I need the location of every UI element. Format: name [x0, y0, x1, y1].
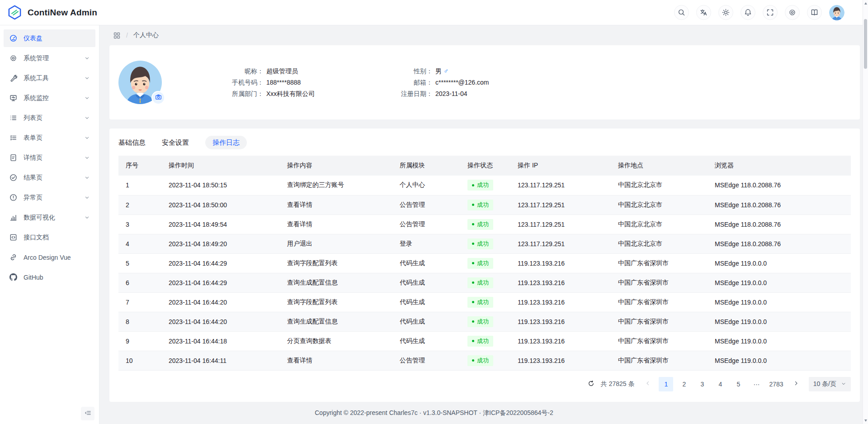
next-page-button[interactable]	[789, 377, 803, 391]
sidebar-item-label: 仪表盘	[24, 34, 90, 43]
menu-collapse-button[interactable]	[81, 407, 94, 420]
sidebar-item-exception-page[interactable]: 异常页	[4, 189, 95, 206]
status-dot-icon	[472, 359, 474, 362]
tab-basic-info[interactable]: 基础信息	[118, 136, 146, 149]
cell-status: 成功	[460, 312, 510, 331]
scroll-up-arrow-icon[interactable]	[864, 2, 867, 5]
cell-no: 7	[118, 292, 161, 312]
apps-icon[interactable]	[113, 32, 121, 39]
sidebar-item-system-monitor[interactable]: 系统监控	[4, 89, 95, 107]
cell-time: 2023-11-04 18:50:00	[161, 195, 280, 214]
table-row: 52023-11-04 16:44:29查询字段配置列表代码生成成功119.12…	[118, 253, 851, 273]
cell-browser: MSEdge 119.0.0.0	[708, 253, 851, 273]
chevron-down-icon	[84, 115, 90, 121]
cell-no: 9	[118, 331, 161, 351]
status-badge: 成功	[467, 258, 493, 269]
exclamation-circle-icon	[9, 194, 17, 201]
language-button[interactable]	[696, 5, 711, 20]
tab-operation-log[interactable]: 操作日志	[205, 136, 247, 149]
user-avatar-button[interactable]	[829, 5, 844, 20]
cell-no: 3	[118, 214, 161, 234]
page-button-5[interactable]: 5	[731, 377, 745, 391]
page-button-2783[interactable]: 2783	[767, 377, 785, 391]
scroll-down-arrow-icon[interactable]	[864, 419, 867, 422]
field-value: 超级管理员	[266, 67, 298, 76]
status-dot-icon	[472, 223, 474, 225]
cell-content: 查询生成配置信息	[280, 273, 392, 292]
breadcrumb: / 个人中心	[109, 25, 860, 45]
cell-status: 成功	[460, 253, 510, 273]
cell-status: 成功	[460, 234, 510, 253]
profile-card: 昵称：超级管理员手机号码：188****8888所属部门：Xxx科技有限公司 性…	[109, 45, 860, 119]
page-button-1[interactable]: 1	[659, 377, 673, 391]
docs-button[interactable]	[807, 5, 822, 20]
change-avatar-button[interactable]	[151, 91, 165, 105]
cell-location: 中国广东省深圳市	[611, 253, 708, 273]
gear-icon	[788, 9, 796, 16]
sidebar-item-dashboard[interactable]: 仪表盘	[4, 29, 95, 47]
page-button-3[interactable]: 3	[695, 377, 709, 391]
cell-time: 2023-11-04 16:44:18	[161, 331, 280, 351]
cell-module: 代码生成	[392, 253, 460, 273]
column-header: 操作地点	[611, 156, 708, 176]
cell-browser: MSEdge 118.0.2088.76	[708, 214, 851, 234]
table-row: 102023-11-04 16:44:11查看详情公告管理成功119.123.1…	[118, 351, 851, 370]
page-size-select[interactable]: 10 条/页	[809, 377, 851, 391]
status-dot-icon	[472, 204, 474, 206]
profile-field: 邮箱：c********@126.com	[378, 78, 555, 87]
cell-ip: 119.123.193.216	[510, 351, 611, 370]
status-badge: 成功	[467, 219, 493, 230]
cell-content: 查看详情	[280, 195, 392, 214]
cell-content: 查询字段配置列表	[280, 292, 392, 312]
theme-button[interactable]	[718, 5, 733, 20]
cell-browser: MSEdge 118.0.2088.76	[708, 234, 851, 253]
sidebar-item-system-management[interactable]: 系统管理	[4, 49, 95, 67]
cell-module: 公告管理	[392, 195, 460, 214]
copyright-text: Copyright © 2022-present Charles7c · v1.…	[315, 409, 553, 417]
operation-log-card: 基础信息安全设置操作日志 序号操作时间操作内容所属模块操作状态操作 IP操作地点…	[109, 129, 860, 402]
search-button[interactable]	[674, 5, 689, 20]
sidebar-item-github[interactable]: GitHub	[4, 268, 95, 286]
sidebar-item-data-visualization[interactable]: 数据可视化	[4, 209, 95, 226]
status-badge: 成功	[467, 200, 493, 210]
cell-ip: 123.117.129.251	[510, 234, 611, 253]
scrollbar-thumb[interactable]	[864, 19, 867, 69]
chevron-down-icon	[84, 195, 90, 200]
fullscreen-button[interactable]	[763, 5, 778, 20]
sidebar-item-list-page[interactable]: 列表页	[4, 109, 95, 127]
page-button-4[interactable]: 4	[713, 377, 727, 391]
cell-location: 中国广东省深圳市	[611, 273, 708, 292]
sidebar-item-form-page[interactable]: 表单页	[4, 129, 95, 147]
table-row: 62023-11-04 16:44:29查询生成配置信息代码生成成功119.12…	[118, 273, 851, 292]
status-dot-icon	[472, 301, 474, 303]
status-dot-icon	[472, 184, 474, 186]
settings-button[interactable]	[785, 5, 800, 20]
cell-content: 查看详情	[280, 351, 392, 370]
sidebar-item-system-tools[interactable]: 系统工具	[4, 69, 95, 87]
sidebar-item-detail-page[interactable]: 详情页	[4, 149, 95, 167]
profile-fields: 昵称：超级管理员手机号码：188****8888所属部门：Xxx科技有限公司 性…	[209, 67, 555, 98]
cell-ip: 119.123.193.216	[510, 273, 611, 292]
sidebar-item-label: 详情页	[24, 154, 84, 162]
refresh-button[interactable]	[585, 378, 597, 390]
page-ellipsis[interactable]: ···	[749, 377, 764, 391]
prev-page-button[interactable]	[641, 377, 655, 391]
sidebar-item-arco-design-vue[interactable]: Arco Design Vue	[4, 248, 95, 266]
cell-time: 2023-11-04 16:44:11	[161, 351, 280, 370]
notifications-button[interactable]	[741, 5, 755, 20]
tab-security-settings[interactable]: 安全设置	[162, 136, 189, 149]
sidebar-item-result-page[interactable]: 结果页	[4, 169, 95, 186]
chevron-down-icon	[84, 95, 90, 101]
cell-browser: MSEdge 119.0.0.0	[708, 351, 851, 370]
vertical-scrollbar[interactable]	[863, 0, 868, 424]
main-content: / 个人中心 昵称：超级管理员手机号码：188****8888所属部门：Xxx科…	[99, 25, 868, 424]
page-button-2[interactable]: 2	[677, 377, 691, 391]
sidebar-item-api-docs[interactable]: 接口文档	[4, 229, 95, 246]
column-header: 操作状态	[460, 156, 510, 176]
sidebar-menu: 仪表盘系统管理系统工具系统监控列表页表单页详情页结果页异常页数据可视化接口文档A…	[0, 29, 99, 286]
page-footer: Copyright © 2022-present Charles7c · v1.…	[0, 402, 868, 424]
sidebar-item-label: 结果页	[24, 174, 84, 182]
sidebar-item-label: 系统工具	[24, 74, 84, 82]
cell-ip: 123.117.129.251	[510, 195, 611, 214]
sidebar-item-label: 异常页	[24, 194, 84, 202]
